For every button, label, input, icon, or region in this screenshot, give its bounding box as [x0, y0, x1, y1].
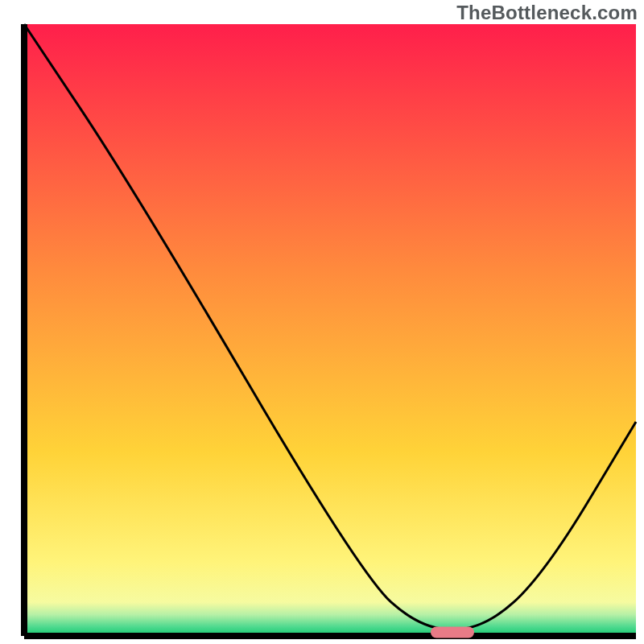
chart-frame: TheBottleneck.com	[0, 0, 644, 644]
bottleneck-chart	[0, 0, 644, 644]
gradient-background	[24, 24, 636, 636]
watermark-label: TheBottleneck.com	[456, 2, 638, 24]
optimal-marker	[431, 626, 474, 638]
